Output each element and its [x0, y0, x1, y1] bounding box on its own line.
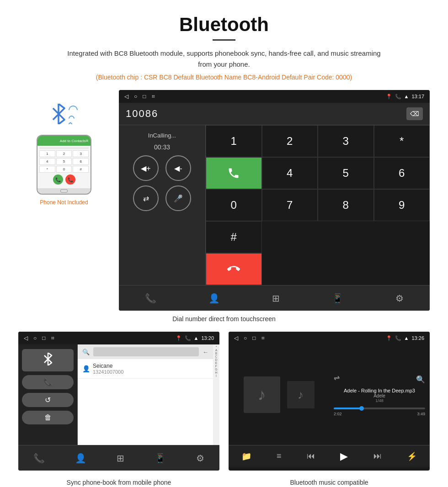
keypad-0[interactable]: 0 [206, 189, 262, 221]
alpha-c[interactable]: C [215, 355, 217, 358]
contact-item-seicane[interactable]: 👤 Seicane 13241007000 [78, 359, 213, 379]
keypad-2[interactable]: 2 [262, 125, 318, 157]
signal-arc-small [68, 122, 73, 127]
music-time-display: 13:26 [411, 335, 424, 341]
phone-key-3[interactable]: 3 [73, 150, 89, 157]
music-controls-bar: 📁 ≡ ⏮ ▶ ⏭ ⚡ [229, 445, 430, 467]
phone-end-button[interactable]: 📞 [65, 175, 75, 185]
pb-contacts-icon[interactable]: 👤 [75, 453, 86, 464]
pb-back-button[interactable]: ◁ [24, 335, 28, 341]
bluetooth-sidebar-icon [43, 353, 53, 368]
phone-home-button[interactable] [60, 189, 68, 193]
dialer-delete-button[interactable]: ⌫ [406, 107, 423, 120]
alpha-d[interactable]: D [215, 358, 217, 361]
pb-delete-icon-btn[interactable]: 🗑 [22, 411, 74, 424]
pb-bluetooth-icon-btn[interactable] [22, 349, 74, 371]
dialpad-tab-icon[interactable]: ⊞ [272, 293, 280, 304]
phone-key-4[interactable]: 4 [39, 158, 55, 165]
music-info-panel: ⇌ 🔍 Adele - Rolling In the Deep.mp3 Adel… [329, 344, 430, 445]
phone-key-0[interactable]: 0 [56, 166, 72, 173]
music-recents-button[interactable]: □ [252, 335, 256, 341]
alpha-h[interactable]: H [215, 371, 217, 374]
shuffle-icon[interactable]: ⇌ [334, 373, 340, 382]
pb-phone-icon-btn[interactable]: 📞 [22, 375, 74, 389]
phone-key-5[interactable]: 5 [56, 158, 72, 165]
pb-home-button[interactable]: ○ [33, 335, 37, 341]
music-home-button[interactable]: ○ [244, 335, 247, 341]
music-progress-bar[interactable] [334, 408, 425, 409]
music-screenshot-button[interactable]: ⌗ [261, 335, 265, 341]
music-playlist-icon[interactable]: ≡ [277, 451, 282, 461]
music-back-button[interactable]: ◁ [234, 335, 238, 341]
music-next-icon[interactable]: ⏭ [373, 451, 382, 461]
music-search-icon[interactable]: 🔍 [416, 375, 425, 384]
music-equalizer-icon[interactable]: ⚡ [407, 451, 417, 461]
keypad-hash[interactable]: # [206, 221, 262, 253]
calls-tab-icon[interactable]: 📞 [145, 293, 156, 304]
keypad-1[interactable]: 1 [206, 125, 262, 157]
description-text: Integrated with BC8 Bluetooth module, su… [64, 48, 384, 70]
keypad-6[interactable]: 6 [374, 157, 430, 189]
keypad-8[interactable]: 8 [318, 189, 374, 221]
phone-key-2[interactable]: 2 [56, 150, 72, 157]
home-button-nav[interactable]: ○ [134, 93, 137, 100]
pb-screenshot-button[interactable]: ⌗ [51, 335, 54, 341]
music-prev-icon[interactable]: ⏮ [307, 451, 315, 461]
bluetooth-icon-wrapper [51, 104, 78, 128]
pb-calls-icon[interactable]: 📞 [33, 453, 45, 464]
phone-key-star[interactable]: * [39, 166, 55, 173]
keypad-call-button[interactable] [206, 157, 262, 189]
device-tab-icon[interactable]: 📱 [332, 293, 343, 304]
header-section: Bluetooth Integrated with BC8 Bluetooth … [18, 14, 430, 81]
pb-location-icon: 📍 [176, 335, 182, 341]
keypad-end-button[interactable] [206, 253, 262, 285]
phone-number-display [39, 148, 89, 148]
mute-button[interactable]: 🎤 [165, 185, 191, 211]
pb-dialpad-icon[interactable]: ⊞ [117, 453, 124, 464]
phone-call-button[interactable]: 📞 [53, 175, 63, 185]
music-track-num: 1/48 [334, 398, 425, 403]
music-location-icon: 📍 [386, 335, 392, 341]
call-timer: 00:33 [154, 143, 170, 151]
phone-key-1[interactable]: 1 [39, 150, 55, 157]
keypad-star[interactable]: * [374, 125, 430, 157]
keypad-4[interactable]: 4 [262, 157, 318, 189]
pb-sync-icon-btn[interactable]: ↺ [22, 393, 74, 407]
music-status-nav: ◁ ○ □ ⌗ [234, 335, 265, 341]
alpha-b[interactable]: B [215, 352, 218, 355]
phone-key-6[interactable]: 6 [73, 158, 89, 165]
pb-settings-icon[interactable]: ⚙ [196, 453, 204, 464]
contacts-tab-icon[interactable]: 👤 [208, 293, 220, 304]
volume-down-button[interactable]: ◀- [165, 155, 191, 181]
volume-up-button[interactable]: ◀+ [133, 155, 159, 181]
pb-device-icon[interactable]: 📱 [155, 453, 166, 464]
recents-button[interactable]: □ [143, 93, 146, 100]
keypad-9[interactable]: 9 [374, 189, 430, 221]
phonebook-screenshot: ◁ ○ □ ⌗ 📍 📞 ▲ 13:20 [18, 332, 219, 471]
pb-time-display: 13:20 [201, 335, 214, 341]
search-back-icon[interactable]: ← [203, 349, 208, 355]
settings-tab-icon[interactable]: ⚙ [395, 293, 404, 304]
keypad-5[interactable]: 5 [318, 157, 374, 189]
music-play-icon[interactable]: ▶ [340, 450, 348, 462]
phonebook-left-sidebar: 📞 ↺ 🗑 [18, 344, 78, 445]
phone-key-hash[interactable]: # [73, 166, 89, 173]
location-icon: 📍 [386, 94, 392, 100]
alpha-star[interactable]: * [216, 345, 217, 349]
alpha-f[interactable]: F [215, 365, 217, 368]
alpha-a[interactable]: A [215, 349, 218, 352]
alpha-g[interactable]: G [215, 368, 217, 371]
pb-search-bar: 🔍 ← [78, 344, 213, 359]
keypad-7[interactable]: 7 [262, 189, 318, 221]
phonebook-bottom-bar: 📞 👤 ⊞ 📱 ⚙ [18, 445, 219, 471]
alpha-i[interactable]: I [216, 374, 217, 377]
pb-recents-button[interactable]: □ [42, 335, 45, 341]
music-folder-icon[interactable]: 📁 [241, 451, 251, 461]
contact-number: 13241007000 [93, 369, 123, 375]
keypad-3[interactable]: 3 [318, 125, 374, 157]
alpha-e[interactable]: E [215, 361, 218, 365]
screenshot-button[interactable]: ⌗ [152, 93, 155, 100]
orange-info-text: (Bluetooth chip : CSR BC8 Default Blueto… [18, 74, 430, 81]
transfer-button[interactable]: ⇄ [133, 185, 159, 211]
back-button[interactable]: ◁ [124, 93, 128, 100]
